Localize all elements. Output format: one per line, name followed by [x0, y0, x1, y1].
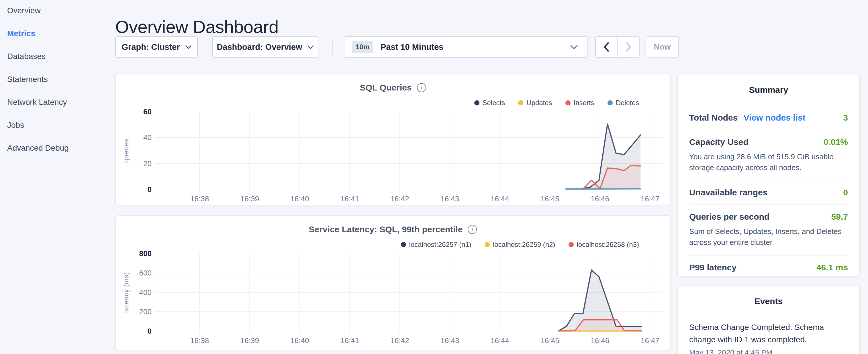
svg-text:40: 40 [143, 133, 152, 142]
sidebar-item-overview[interactable]: Overview [0, 5, 115, 16]
summary-row-p99-latency: P99 latency46.1 ms [689, 255, 848, 280]
summary-value: 3 [843, 113, 848, 123]
previous-interval-button[interactable] [596, 37, 618, 57]
page-title: Overview Dashboard [115, 17, 279, 37]
legend-label: Inserts [574, 99, 594, 107]
sidebar-item-network-latency[interactable]: Network Latency [0, 97, 115, 107]
summary-label: Capacity Used [689, 137, 748, 147]
svg-text:16:38: 16:38 [190, 336, 209, 345]
sidebar-nav: OverviewMetricsDatabasesStatementsNetwor… [0, 0, 115, 354]
events-panel: Events Schema Change Completed: Schema c… [677, 285, 860, 354]
time-range-label: Past 10 Minutes [380, 42, 443, 52]
svg-text:16:47: 16:47 [641, 336, 659, 345]
svg-text:16:39: 16:39 [241, 336, 259, 345]
service-latency-plot: 020040060080016:3816:3916:4016:4116:4216… [116, 216, 671, 351]
chevron-left-icon [603, 42, 610, 52]
legend-dot-icon [485, 242, 490, 247]
chevron-right-icon [625, 42, 631, 52]
sidebar-item-statements[interactable]: Statements [0, 74, 115, 85]
dashboard-label: Dashboard: Overview [217, 42, 302, 52]
events-list: Schema Change Completed: Schema change w… [689, 321, 848, 354]
time-range-badge: 10m [352, 41, 373, 53]
svg-text:600: 600 [139, 269, 152, 277]
legend-item: localhost:26258 (n3) [568, 240, 639, 249]
legend-item: Selects [474, 99, 505, 107]
svg-text:16:41: 16:41 [340, 336, 359, 345]
legend-item: Updates [518, 99, 552, 107]
summary-subtext: You are using 28.6 MiB of 515.9 GiB usab… [689, 152, 848, 173]
legend-item: localhost:26259 (n2) [485, 240, 555, 249]
svg-text:400: 400 [139, 288, 152, 297]
dashboard-dropdown[interactable]: Dashboard: Overview [212, 36, 318, 58]
svg-text:queries: queries [122, 138, 130, 163]
legend-label: Selects [483, 99, 505, 107]
svg-text:16:38: 16:38 [190, 194, 209, 203]
svg-text:800: 800 [139, 249, 152, 258]
summary-subtext: Sum of Selects, Updates, Inserts, and De… [689, 226, 848, 248]
legend-item: localhost:26257 (n1) [401, 240, 471, 249]
svg-text:16:46: 16:46 [591, 336, 609, 345]
summary-panel: Summary Total NodesView nodes list3Capac… [677, 74, 860, 277]
svg-text:16:46: 16:46 [591, 194, 609, 203]
legend-dot-icon [518, 100, 523, 105]
summary-title: Summary [689, 74, 848, 95]
svg-text:16:45: 16:45 [541, 194, 559, 203]
svg-text:16:39: 16:39 [241, 194, 259, 203]
event-timestamp: May 13, 2020 at 4:45 PM [689, 348, 848, 354]
info-icon[interactable]: i [417, 83, 426, 92]
svg-text:0: 0 [148, 327, 152, 335]
chart-title: Service Latency: SQL, 99th percentile [309, 225, 463, 234]
event-item[interactable]: Schema Change Completed: Schema change w… [689, 321, 848, 354]
svg-text:200: 200 [139, 307, 152, 316]
svg-text:0: 0 [148, 185, 152, 194]
svg-text:16:43: 16:43 [440, 336, 459, 345]
chevron-down-icon [185, 45, 191, 49]
events-title: Events [689, 286, 848, 306]
summary-value: 0.01% [824, 137, 848, 147]
chart-title-row: SQL Queries i [116, 83, 670, 93]
svg-text:20: 20 [143, 159, 152, 168]
svg-text:16:44: 16:44 [491, 336, 509, 345]
summary-label: P99 latency [689, 263, 737, 272]
sidebar-item-advanced-debug[interactable]: Advanced Debug [0, 143, 115, 153]
legend-dot-icon [565, 100, 570, 105]
event-text: Schema Change Completed: Schema change w… [689, 321, 848, 346]
summary-value: 46.1 ms [816, 263, 848, 272]
sidebar-item-metrics[interactable]: Metrics [0, 28, 115, 39]
legend-dot-icon [608, 100, 613, 105]
svg-text:16:41: 16:41 [340, 194, 359, 203]
chevron-down-icon [570, 45, 578, 49]
graph-scope-dropdown[interactable]: Graph: Cluster [115, 36, 198, 58]
overview-dashboard-page: { "theme": { "page_bg": "#f4f6fb", "acti… [0, 0, 868, 354]
svg-text:16:44: 16:44 [491, 194, 509, 203]
legend-label: localhost:26257 (n1) [409, 240, 471, 249]
legend-label: localhost:26258 (n3) [577, 240, 639, 249]
info-icon[interactable]: i [468, 225, 477, 234]
svg-text:16:43: 16:43 [440, 194, 459, 203]
svg-text:latency (ms): latency (ms) [122, 272, 130, 313]
chart-title: SQL Queries [360, 83, 411, 93]
time-range-picker[interactable]: 10m Past 10 Minutes [344, 36, 588, 58]
legend-label: localhost:26259 (n2) [493, 240, 555, 249]
legend-label: Updates [526, 99, 552, 107]
svg-text:60: 60 [143, 107, 152, 116]
svg-text:16:40: 16:40 [290, 194, 309, 203]
svg-text:16:42: 16:42 [391, 194, 409, 203]
view-nodes-list-link[interactable]: View nodes list [743, 113, 805, 123]
summary-label: Unavailable ranges [689, 188, 767, 197]
summary-row-unavailable-ranges: Unavailable ranges0 [689, 181, 848, 205]
svg-text:16:47: 16:47 [641, 194, 659, 203]
legend-dot-icon [401, 242, 406, 247]
summary-row-capacity-used: Capacity Used0.01%You are using 28.6 MiB… [689, 130, 848, 181]
sidebar-item-jobs[interactable]: Jobs [0, 120, 115, 130]
now-button: Now [646, 36, 679, 58]
summary-value: 0 [843, 188, 848, 197]
legend-label: Deletes [616, 99, 639, 107]
controls-divider [333, 39, 333, 55]
summary-row-queries-per-second: Queries per second59.7Sum of Selects, Up… [689, 205, 848, 255]
summary-value: 59.7 [831, 212, 848, 222]
service-latency-chart-card: Service Latency: SQL, 99th percentile i … [115, 215, 671, 350]
svg-text:16:42: 16:42 [391, 336, 409, 345]
time-step-buttons [595, 36, 640, 58]
sidebar-item-databases[interactable]: Databases [0, 51, 115, 62]
